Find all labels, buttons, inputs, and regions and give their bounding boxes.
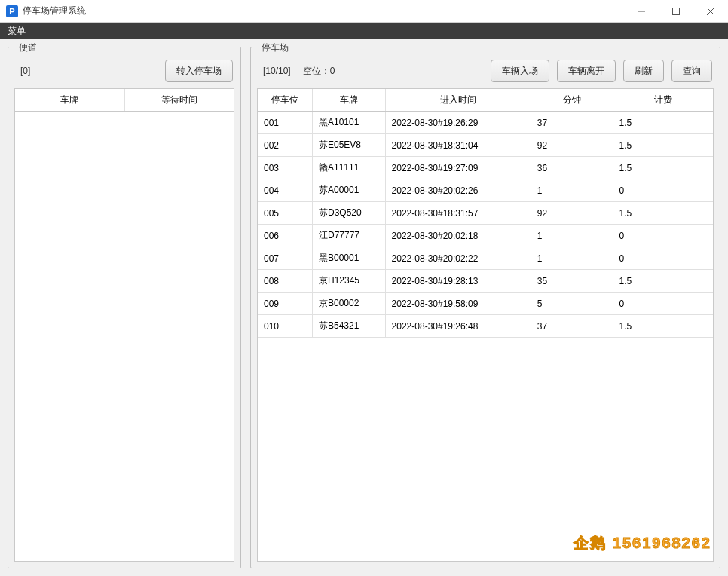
- cell-fee: 0: [613, 293, 713, 315]
- lot-panel: 停车场 [10/10] 空位：0 车辆入场 车辆离开 刷新 查询 停车位 车牌 …: [250, 47, 720, 568]
- cell-slot: 002: [258, 134, 312, 157]
- vehicle-in-button[interactable]: 车辆入场: [491, 60, 549, 82]
- lane-col-plate[interactable]: 车牌: [15, 89, 124, 112]
- menu-main-label: 菜单: [8, 25, 26, 38]
- refresh-label: 刷新: [635, 66, 653, 76]
- menu-main[interactable]: 菜单: [0, 23, 33, 39]
- lane-group-title: 便道: [16, 41, 40, 54]
- lane-table-wrap[interactable]: 车牌 等待时间: [14, 88, 234, 562]
- cell-enter_time: 2022-08-30#19:27:09: [385, 157, 531, 179]
- cell-slot: 001: [258, 112, 312, 134]
- cell-enter_time: 2022-08-30#18:31:57: [385, 202, 531, 225]
- table-row[interactable]: 003赣A111112022-08-30#19:27:09361.5: [258, 157, 713, 179]
- lane-panel: 便道 [0] 转入停车场 车牌 等待时间: [8, 47, 241, 568]
- vehicle-out-label: 车辆离开: [568, 66, 604, 76]
- lot-vacancy: 空位：0: [303, 65, 335, 78]
- table-row[interactable]: 006江D777772022-08-30#20:02:1810: [258, 225, 713, 247]
- window-title: 停车场管理系统: [23, 5, 86, 17]
- lot-col-plate[interactable]: 车牌: [312, 89, 385, 112]
- lane-count: [0]: [20, 66, 30, 76]
- lane-col-wait[interactable]: 等待时间: [124, 89, 234, 112]
- cell-plate: 黑B00001: [312, 247, 385, 270]
- cell-slot: 008: [258, 270, 312, 293]
- cell-fee: 1.5: [613, 202, 713, 225]
- cell-minutes: 1: [531, 247, 613, 270]
- minimize-icon: [638, 8, 645, 15]
- maximize-icon: [672, 8, 680, 15]
- cell-minutes: 1: [531, 225, 613, 247]
- table-row[interactable]: 010苏B543212022-08-30#19:26:48371.5: [258, 315, 713, 338]
- vehicle-out-button[interactable]: 车辆离开: [557, 60, 616, 82]
- lane-toolbar: [0] 转入停车场: [14, 58, 234, 88]
- enter-lot-button-label: 转入停车场: [176, 66, 222, 76]
- cell-fee: 0: [613, 247, 713, 270]
- cell-minutes: 92: [531, 202, 613, 225]
- cell-plate: 江D77777: [312, 225, 385, 247]
- cell-plate: 赣A11111: [312, 157, 385, 179]
- lot-col-fee[interactable]: 计费: [613, 89, 713, 112]
- cell-minutes: 37: [531, 315, 613, 338]
- app-icon: P: [6, 5, 18, 17]
- lot-group-title: 停车场: [258, 41, 292, 54]
- cell-enter_time: 2022-08-30#19:58:09: [385, 293, 531, 315]
- cell-slot: 004: [258, 179, 312, 202]
- cell-enter_time: 2022-08-30#19:26:48: [385, 315, 531, 338]
- cell-enter_time: 2022-08-30#19:28:13: [385, 270, 531, 293]
- cell-fee: 1.5: [613, 157, 713, 179]
- table-row[interactable]: 005苏D3Q5202022-08-30#18:31:57921.5: [258, 202, 713, 225]
- table-row[interactable]: 009京B000022022-08-30#19:58:0950: [258, 293, 713, 315]
- cell-fee: 1.5: [613, 270, 713, 293]
- cell-fee: 1.5: [613, 134, 713, 157]
- cell-plate: 黑A10101: [312, 112, 385, 134]
- cell-minutes: 36: [531, 157, 613, 179]
- cell-minutes: 92: [531, 134, 613, 157]
- cell-fee: 0: [613, 225, 713, 247]
- table-row[interactable]: 008京H123452022-08-30#19:28:13351.5: [258, 270, 713, 293]
- minimize-button[interactable]: [624, 0, 659, 22]
- close-icon: [707, 8, 714, 15]
- lot-toolbar: [10/10] 空位：0 车辆入场 车辆离开 刷新 查询: [257, 58, 714, 88]
- cell-slot: 003: [258, 157, 312, 179]
- cell-plate: 苏E05EV8: [312, 134, 385, 157]
- refresh-button[interactable]: 刷新: [623, 60, 664, 82]
- enter-lot-button[interactable]: 转入停车场: [165, 60, 233, 82]
- lot-col-slot[interactable]: 停车位: [258, 89, 312, 112]
- cell-enter_time: 2022-08-30#20:02:26: [385, 179, 531, 202]
- vehicle-in-label: 车辆入场: [502, 66, 538, 76]
- cell-plate: 苏B54321: [312, 315, 385, 338]
- cell-plate: 京H12345: [312, 270, 385, 293]
- menubar: 菜单: [0, 23, 728, 39]
- cell-slot: 006: [258, 225, 312, 247]
- cell-slot: 005: [258, 202, 312, 225]
- cell-fee: 1.5: [613, 112, 713, 134]
- svg-rect-0: [673, 8, 680, 14]
- lot-col-enter-time[interactable]: 进入时间: [385, 89, 531, 112]
- table-row[interactable]: 002苏E05EV82022-08-30#18:31:04921.5: [258, 134, 713, 157]
- cell-minutes: 35: [531, 270, 613, 293]
- cell-enter_time: 2022-08-30#18:31:04: [385, 134, 531, 157]
- lot-col-minutes[interactable]: 分钟: [531, 89, 613, 112]
- cell-minutes: 1: [531, 179, 613, 202]
- cell-plate: 苏A00001: [312, 179, 385, 202]
- cell-fee: 1.5: [613, 315, 713, 338]
- close-button[interactable]: [693, 0, 728, 22]
- cell-minutes: 37: [531, 112, 613, 134]
- cell-slot: 009: [258, 293, 312, 315]
- titlebar: P 停车场管理系统: [0, 0, 728, 23]
- table-row[interactable]: 001黑A101012022-08-30#19:26:29371.5: [258, 112, 713, 134]
- table-row[interactable]: 004苏A000012022-08-30#20:02:2610: [258, 179, 713, 202]
- lot-table-wrap[interactable]: 停车位 车牌 进入时间 分钟 计费 001黑A101012022-08-30#1…: [257, 88, 714, 562]
- cell-enter_time: 2022-08-30#19:26:29: [385, 112, 531, 134]
- cell-fee: 0: [613, 179, 713, 202]
- cell-enter_time: 2022-08-30#20:02:22: [385, 247, 531, 270]
- lot-occupancy: [10/10]: [263, 66, 291, 76]
- window-controls: [624, 0, 728, 22]
- cell-plate: 京B00002: [312, 293, 385, 315]
- lane-table: 车牌 等待时间: [15, 89, 234, 112]
- maximize-button[interactable]: [659, 0, 693, 22]
- query-button[interactable]: 查询: [671, 60, 712, 82]
- cell-slot: 010: [258, 315, 312, 338]
- table-row[interactable]: 007黑B000012022-08-30#20:02:2210: [258, 247, 713, 270]
- query-label: 查询: [683, 66, 701, 76]
- cell-slot: 007: [258, 247, 312, 270]
